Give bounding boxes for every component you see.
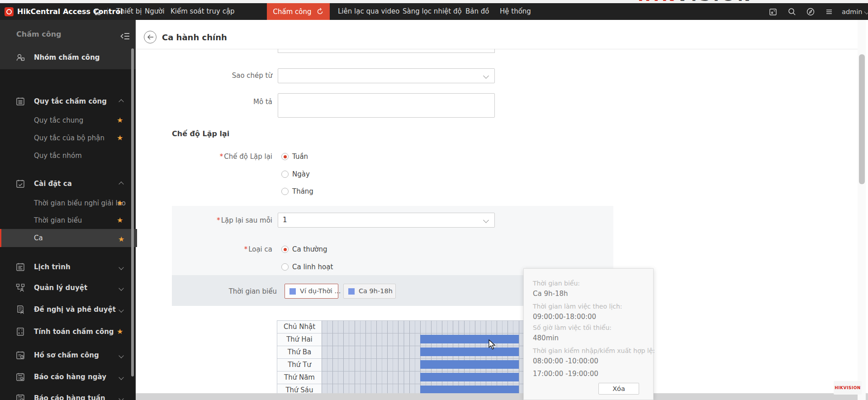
sidebar-item-ca-selected[interactable]: Ca ★ xyxy=(0,229,137,247)
radio-label-ngay[interactable]: Ngày xyxy=(292,170,310,178)
chevron-down-icon xyxy=(864,9,868,14)
day-label: Thứ Ba xyxy=(277,346,322,359)
shift-details-tooltip: Thời gian biểu: Ca 9h-18h Thời gian làm … xyxy=(523,268,654,400)
sidebar-section-cai-dat-ca[interactable]: Cài đặt ca xyxy=(0,176,136,191)
sidebar-item-thoi-gian-bieu-nghi-giai-lao[interactable]: Thời gian biểu nghỉ giải lao ★ xyxy=(0,195,136,211)
chevron-down-icon xyxy=(483,73,489,79)
chevron-down-icon xyxy=(119,353,123,358)
app-brand[interactable]: HikCentral Access Control xyxy=(5,3,123,20)
nav-tab-he-thong[interactable]: Hệ thống xyxy=(500,3,531,20)
attendance-group-icon xyxy=(15,52,25,62)
nav-tab-nguoi[interactable]: Người xyxy=(145,3,165,20)
radio-thang[interactable] xyxy=(281,188,289,195)
sidebar-scrollbar-thumb[interactable] xyxy=(131,48,134,376)
chevron-down-icon xyxy=(119,396,123,400)
favorite-star-icon[interactable]: ★ xyxy=(117,324,123,339)
sidebar-section-bao-cao-hang-tuan[interactable]: W Báo cáo hàng tuần xyxy=(0,390,136,400)
day-label: Thứ Tư xyxy=(277,359,322,371)
favorite-star-icon[interactable]: ★ xyxy=(117,195,123,211)
calculator-icon xyxy=(15,327,25,337)
favorite-star-icon[interactable]: ★ xyxy=(118,230,124,248)
nav-divider xyxy=(107,8,108,15)
favorite-star-icon[interactable]: ★ xyxy=(117,213,123,228)
chevron-down-icon xyxy=(119,286,123,290)
sidebar-section-quy-tac-cham-cong[interactable]: Quy tắc chấm công xyxy=(0,94,136,109)
copy-from-select[interactable] xyxy=(278,68,495,83)
checkin-calendar-icon[interactable] xyxy=(768,7,778,16)
sidebar-item-quy-tac-cua-bo-phan[interactable]: Quy tắc của bộ phận ★ xyxy=(0,130,136,146)
sidebar-section-bao-cao-hang-ngay[interactable]: D Báo cáo hàng ngày xyxy=(0,369,136,385)
refresh-icon[interactable] xyxy=(316,8,324,15)
repeat-every-select[interactable]: 1 xyxy=(278,213,495,228)
radio-label-ca-linh-hoat[interactable]: Ca linh hoạt xyxy=(292,263,333,271)
nav-tab-kiem-soat-truy-cap[interactable]: Kiểm soát truy cập xyxy=(171,3,235,20)
sidebar-section-tinh-toan-cham-cong[interactable]: Tính toán chấm công ★ xyxy=(0,324,136,339)
bottom-edge-strip xyxy=(136,393,868,400)
svg-text:W: W xyxy=(21,399,24,400)
top-navigation-bar: HikCentral Access Control Thiết bị Người… xyxy=(0,3,868,20)
chevron-down-icon xyxy=(119,307,123,312)
timetable-color-swatch xyxy=(289,288,296,295)
sidebar: Chấm công Nhóm chấm công Quy tắc chấm cô… xyxy=(0,20,136,400)
chevron-up-icon xyxy=(119,99,123,104)
sidebar-item-quy-tac-chung[interactable]: Quy tắc chung ★ xyxy=(0,113,136,128)
mouse-cursor xyxy=(489,339,498,350)
chevron-up-icon xyxy=(119,181,123,186)
schedule-bar-thu-nam[interactable] xyxy=(420,373,519,381)
radio-label-tuan[interactable]: Tuần xyxy=(292,152,308,161)
description-textarea[interactable] xyxy=(278,93,495,118)
nav-tab-thiet-bi[interactable]: Thiết bị xyxy=(116,3,142,20)
sidebar-section-lich-trinh[interactable]: Lịch trình xyxy=(0,259,136,275)
schedule-bar-thu-hai[interactable] xyxy=(420,335,519,343)
delete-button[interactable]: Xóa xyxy=(598,383,639,395)
sidebar-item-quy-tac-nhom[interactable]: Quy tắc nhóm xyxy=(0,148,136,163)
repeat-section-title: Chế độ Lặp lại xyxy=(172,129,229,138)
favorite-star-icon[interactable]: ★ xyxy=(117,113,123,128)
sidebar-section-quan-ly-duyet[interactable]: Quản lý duyệt xyxy=(0,280,136,295)
help-icon[interactable] xyxy=(806,7,815,16)
nav-tab-sang-loc-nhiet-do[interactable]: Sàng lọc nhiệt độ xyxy=(403,3,462,20)
hikvision-watermark: HIKVISION xyxy=(834,381,862,395)
nav-tab-lien-lac-qua-video[interactable]: Liên lạc qua video xyxy=(338,3,399,20)
shift-type-label: *Loại ca xyxy=(172,245,272,253)
approval-flow-icon xyxy=(15,283,25,293)
search-icon[interactable] xyxy=(787,7,797,16)
username: admin xyxy=(842,8,862,15)
weekly-report-icon: W xyxy=(15,393,25,400)
daily-report-icon: D xyxy=(15,372,25,382)
main-scrollbar-thumb[interactable] xyxy=(859,54,865,184)
arrow-left-icon xyxy=(147,34,154,40)
home-icon[interactable] xyxy=(93,7,102,16)
user-menu[interactable]: admin xyxy=(842,3,868,20)
repeat-mode-label: *Chế độ Lặp lại xyxy=(172,152,272,161)
content-header xyxy=(136,20,858,49)
radio-ngay[interactable] xyxy=(281,171,289,178)
truncated-field[interactable] xyxy=(278,49,495,53)
schedule-bar-thu-tu[interactable] xyxy=(420,360,519,369)
sidebar-item-nhom-cham-cong[interactable]: Nhóm chấm công xyxy=(0,50,136,65)
radio-label-thang[interactable]: Tháng xyxy=(292,187,313,195)
sidebar-item-thoi-gian-bieu[interactable]: Thời gian biểu ★ xyxy=(0,213,136,228)
sidebar-collapse-icon[interactable] xyxy=(120,32,130,40)
radio-tuan-selected[interactable] xyxy=(281,153,289,160)
back-button[interactable] xyxy=(144,31,157,43)
favorite-star-icon[interactable]: ★ xyxy=(117,130,123,146)
day-label: Chủ Nhật xyxy=(277,321,322,333)
schedule-bar-thu-ba[interactable] xyxy=(420,348,519,356)
sidebar-section-ho-so-cham-cong[interactable]: Hồ sơ chấm công xyxy=(0,348,136,363)
main-scrollbar-track[interactable] xyxy=(858,20,866,400)
sidebar-section-de-nghi-va-phe-duyet[interactable]: Đề nghị và phê duyệt xyxy=(0,302,136,317)
radio-label-ca-thuong[interactable]: Ca thường xyxy=(292,245,327,253)
radio-ca-linh-hoat[interactable] xyxy=(281,263,289,271)
timetable-chip-selected[interactable]: Ví dụ-Thời ... xyxy=(285,284,338,299)
rules-calendar-icon xyxy=(15,96,25,106)
nav-tab-ban-do[interactable]: Bản đồ xyxy=(465,3,489,20)
menu-icon[interactable] xyxy=(825,7,833,16)
shift-calendar-icon xyxy=(15,179,25,189)
svg-text:D: D xyxy=(21,377,23,380)
timetable-chip[interactable]: Ca 9h-18h xyxy=(343,284,396,299)
copy-from-label: Sao chép từ xyxy=(172,71,272,80)
nav-tab-cham-cong-active[interactable]: Chấm công xyxy=(267,3,330,20)
timetable-label: Thời gian biểu xyxy=(172,287,277,295)
radio-ca-thuong-selected[interactable] xyxy=(281,246,289,253)
